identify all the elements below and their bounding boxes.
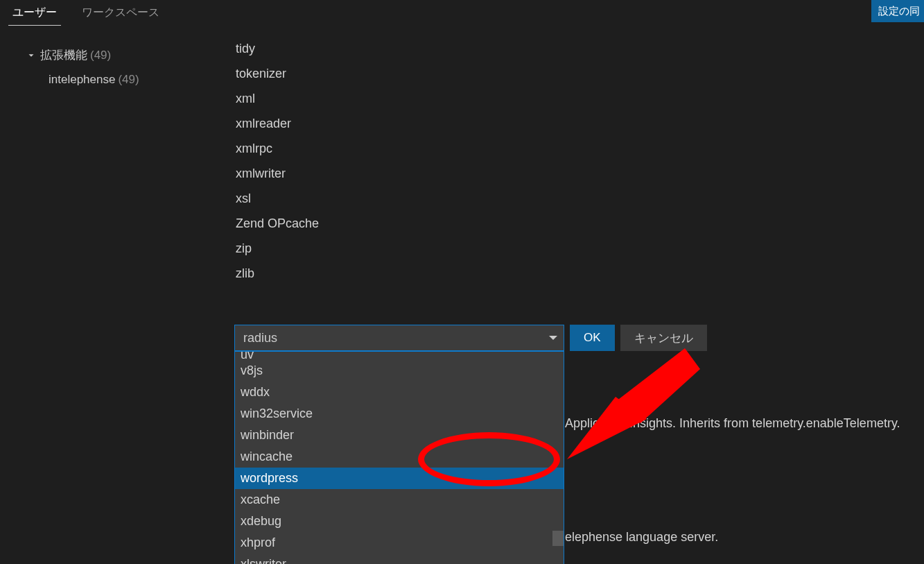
settings-content: tidy tokenizer xml xmlreader xmlrpc xmlw… — [215, 25, 924, 564]
stub-input[interactable] — [235, 327, 543, 350]
dropdown-item-selected[interactable]: wordpress — [235, 468, 564, 489]
tab-workspace[interactable]: ワークスペース — [69, 0, 172, 24]
settings-tree: 拡張機能 (49) intelephense (49) — [0, 25, 215, 564]
sync-settings-button[interactable]: 設定の同 — [871, 0, 924, 22]
list-item[interactable]: tidy — [236, 36, 319, 61]
list-item[interactable]: xmlwriter — [236, 161, 319, 186]
stub-combobox[interactable] — [234, 325, 564, 351]
chevron-down-icon — [25, 49, 37, 62]
list-item[interactable]: xmlreader — [236, 111, 319, 136]
list-item[interactable]: zip — [236, 236, 319, 261]
dropdown-item[interactable]: uv — [235, 352, 564, 360]
tree-label: intelephense — [49, 70, 115, 89]
list-item[interactable]: tokenizer — [236, 61, 319, 86]
tree-item-intelephense[interactable]: intelephense (49) — [0, 67, 215, 92]
stub-dropdown[interactable]: uv v8js wddx win32service winbinder winc… — [234, 351, 564, 564]
list-item[interactable]: xmlrpc — [236, 136, 319, 161]
setting-description-fragment: elephense language server. — [565, 530, 718, 545]
dropdown-item[interactable]: win32service — [235, 403, 564, 425]
ok-button[interactable]: OK — [570, 325, 615, 351]
dropdown-item[interactable]: winbinder — [235, 425, 564, 446]
scrollbar-thumb[interactable] — [552, 531, 564, 546]
svg-marker-1 — [613, 348, 700, 423]
chevron-down-icon[interactable] — [543, 332, 564, 343]
dropdown-item[interactable]: wincache — [235, 446, 564, 468]
stubs-list: tidy tokenizer xml xmlreader xmlrpc xmlw… — [236, 36, 319, 286]
dropdown-item[interactable]: xhprof — [235, 532, 564, 554]
dropdown-item[interactable]: xdebug — [235, 511, 564, 532]
list-item[interactable]: xml — [236, 86, 319, 111]
tab-user[interactable]: ユーザー — [0, 0, 69, 24]
tree-count: (49) — [118, 70, 139, 89]
list-item[interactable]: xsl — [236, 186, 319, 211]
list-item[interactable]: zlib — [236, 261, 319, 286]
dropdown-item[interactable]: v8js — [235, 360, 564, 382]
dropdown-item[interactable]: xlswriter — [235, 554, 564, 564]
tree-label: 拡張機能 — [40, 46, 87, 65]
list-item[interactable]: Zend OPcache — [236, 211, 319, 236]
dropdown-item[interactable]: xcache — [235, 489, 564, 511]
tree-item-extensions[interactable]: 拡張機能 (49) — [0, 43, 215, 67]
cancel-button[interactable]: キャンセル — [620, 325, 707, 351]
setting-description-fragment: Application Insights. Inherits from tele… — [565, 416, 900, 431]
annotation-arrow — [567, 348, 713, 459]
tree-count: (49) — [90, 46, 111, 65]
dropdown-item[interactable]: wddx — [235, 382, 564, 403]
